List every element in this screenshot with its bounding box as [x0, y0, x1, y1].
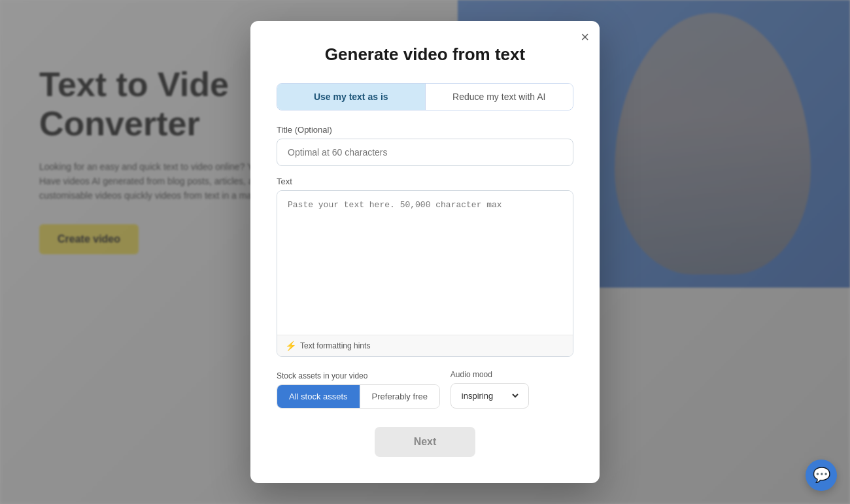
text-field-label: Text [277, 176, 573, 186]
audio-mood-select-wrapper[interactable]: inspiring upbeat calm dramatic happy sad [450, 383, 529, 409]
stock-toggle: All stock assets Preferably free [277, 384, 440, 409]
chat-bubble[interactable]: 💬 [806, 460, 837, 491]
text-area-wrapper: ⚡ Text formatting hints [277, 190, 573, 357]
use-as-is-tab[interactable]: Use my text as is [277, 84, 426, 110]
audio-mood-group: Audio mood inspiring upbeat calm dramati… [450, 370, 529, 409]
stock-assets-label: Stock assets in your video [277, 371, 440, 380]
preferably-free-button[interactable]: Preferably free [360, 385, 439, 408]
mode-toggle-group: Use my text as is Reduce my text with AI [277, 83, 573, 110]
title-input[interactable] [277, 139, 573, 166]
reduce-ai-tab[interactable]: Reduce my text with AI [426, 84, 573, 110]
modal: × Generate video from text Use my text a… [250, 21, 600, 483]
modal-overlay: × Generate video from text Use my text a… [0, 0, 850, 504]
modal-title: Generate video from text [277, 44, 573, 65]
title-field-label: Title (Optional) [277, 125, 573, 135]
next-button[interactable]: Next [375, 427, 476, 457]
audio-mood-select[interactable]: inspiring upbeat calm dramatic happy sad [459, 390, 520, 401]
text-area[interactable] [277, 191, 573, 335]
hints-icon: ⚡ [285, 341, 296, 351]
all-stock-button[interactable]: All stock assets [277, 385, 360, 408]
audio-mood-label: Audio mood [450, 370, 529, 379]
controls-row: Stock assets in your video All stock ass… [277, 370, 573, 409]
chat-icon: 💬 [813, 467, 830, 484]
hints-link[interactable]: Text formatting hints [300, 341, 370, 350]
stock-assets-group: Stock assets in your video All stock ass… [277, 371, 440, 409]
close-button[interactable]: × [581, 30, 589, 44]
hints-bar: ⚡ Text formatting hints [277, 335, 573, 356]
